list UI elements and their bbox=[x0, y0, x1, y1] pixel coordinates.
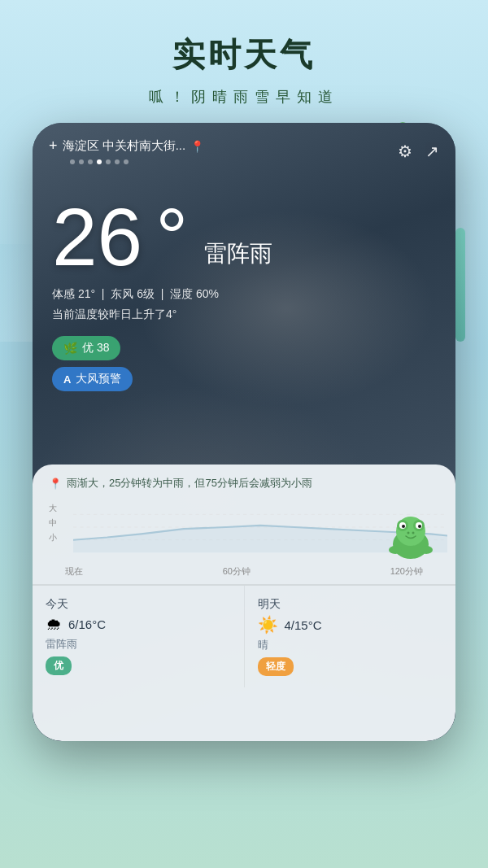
weather-detail-line2: 当前温度较昨日上升了4° bbox=[52, 304, 272, 325]
rain-text-row: 📍 雨渐大，25分钟转为中雨，但75分钟后会减弱为小雨 bbox=[49, 476, 439, 491]
today-temp-row: 🌧 6/16°C bbox=[46, 615, 231, 634]
dot-2 bbox=[79, 159, 84, 164]
phone-card: + 海淀区 中关村南大街... 📍 ⚙ ↗ bbox=[33, 123, 455, 741]
top-bar: + 海淀区 中关村南大街... 📍 ⚙ ↗ bbox=[33, 123, 455, 172]
dot-6 bbox=[115, 159, 120, 164]
today-aqi-badge: 优 bbox=[46, 656, 72, 675]
today-temp: 6/16°C bbox=[68, 617, 106, 631]
chart-label-medium: 中 bbox=[49, 517, 57, 529]
tomorrow-aqi-badge: 轻度 bbox=[258, 657, 294, 676]
today-label: 今天 bbox=[46, 597, 231, 612]
wind-warning-badge: A 大风预警 bbox=[52, 367, 133, 391]
daily-item-today: 今天 🌧 6/16°C 雷阵雨 优 bbox=[33, 586, 245, 687]
temperature-row: 26 ° 雷阵雨 bbox=[52, 196, 272, 277]
teal-bar bbox=[455, 228, 465, 342]
tomorrow-temp-row: ☀️ 4/15°C bbox=[258, 615, 443, 635]
today-desc: 雷阵雨 bbox=[46, 637, 231, 652]
dot-3 bbox=[88, 159, 93, 164]
wind-warning-text: 大风预警 bbox=[76, 372, 121, 386]
top-section: 实时天气 呱！阴晴雨雪早知道 bbox=[0, 0, 488, 123]
aqi-badge: 🌿 优 38 bbox=[52, 336, 120, 360]
weather-description: 雷阵雨 bbox=[204, 238, 272, 277]
weather-details: 体感 21° | 东风 6级 | 湿度 60% 当前温度较昨日上升了4° bbox=[52, 284, 272, 325]
settings-icon[interactable]: ⚙ bbox=[398, 142, 412, 161]
alert-icon: A bbox=[63, 373, 71, 386]
phone-container: + 海淀区 中关村南大街... 📍 ⚙ ↗ bbox=[33, 123, 455, 741]
rain-forecast-text: 雨渐大，25分钟转为中雨，但75分钟后会减弱为小雨 bbox=[67, 476, 312, 491]
tomorrow-desc: 晴 bbox=[258, 638, 443, 652]
svg-point-22 bbox=[407, 532, 410, 534]
tomorrow-temp: 4/15°C bbox=[285, 618, 322, 632]
chart-label-small: 小 bbox=[49, 532, 57, 543]
add-location-icon[interactable]: + bbox=[49, 137, 58, 155]
tomorrow-weather-icon: ☀️ bbox=[258, 615, 278, 635]
leaf-icon: 🌿 bbox=[63, 342, 77, 355]
daily-forecast-row: 今天 🌧 6/16°C 雷阵雨 优 明天 ☀️ 4/15°C 晴 bbox=[33, 585, 455, 687]
svg-point-25 bbox=[420, 546, 433, 554]
temperature-unit: ° bbox=[155, 196, 188, 277]
chart-label-large: 大 bbox=[49, 503, 57, 514]
svg-point-23 bbox=[412, 532, 415, 534]
dot-1 bbox=[70, 159, 75, 164]
weather-detail-line1: 体感 21° | 东风 6级 | 湿度 60% bbox=[52, 284, 272, 304]
page-dots bbox=[49, 159, 204, 164]
top-bar-actions: ⚙ ↗ bbox=[398, 142, 439, 161]
badge-row: 🌿 优 38 A 大风预警 bbox=[52, 336, 272, 391]
time-120min: 120分钟 bbox=[390, 565, 423, 578]
daily-item-tomorrow: 明天 ☀️ 4/15°C 晴 轻度 bbox=[245, 586, 456, 687]
chart-x-labels: 现在 60分钟 120分钟 bbox=[49, 564, 439, 578]
dot-5 bbox=[106, 159, 111, 164]
location-text: 海淀区 中关村南大街... bbox=[63, 138, 186, 154]
temperature-value: 26 bbox=[52, 196, 142, 277]
share-icon[interactable]: ↗ bbox=[425, 142, 439, 161]
dot-7 bbox=[124, 159, 129, 164]
weather-main: 26 ° 雷阵雨 体感 21° | 东风 6级 | 湿度 60% 当前温度较昨日… bbox=[52, 196, 272, 391]
dot-4-active bbox=[97, 159, 102, 164]
rain-chart: 大 中 小 bbox=[49, 499, 439, 564]
rain-pin-icon: 📍 bbox=[49, 478, 62, 490]
app-title: 实时天气 bbox=[0, 33, 488, 77]
time-now: 现在 bbox=[65, 565, 83, 578]
app-subtitle: 呱！阴晴雨雪早知道 bbox=[0, 87, 488, 107]
location-pin-icon: 📍 bbox=[190, 140, 204, 153]
chart-y-labels: 大 中 小 bbox=[49, 503, 57, 543]
svg-point-21 bbox=[418, 525, 421, 528]
frog-bottom-decoration bbox=[382, 505, 439, 562]
today-weather-icon: 🌧 bbox=[46, 615, 62, 634]
svg-point-20 bbox=[402, 525, 405, 528]
tomorrow-label: 明天 bbox=[258, 597, 443, 612]
location-area: + 海淀区 中关村南大街... 📍 bbox=[49, 137, 204, 155]
time-60min: 60分钟 bbox=[223, 565, 251, 578]
svg-point-24 bbox=[389, 546, 402, 554]
aqi-text: 优 38 bbox=[82, 341, 109, 355]
